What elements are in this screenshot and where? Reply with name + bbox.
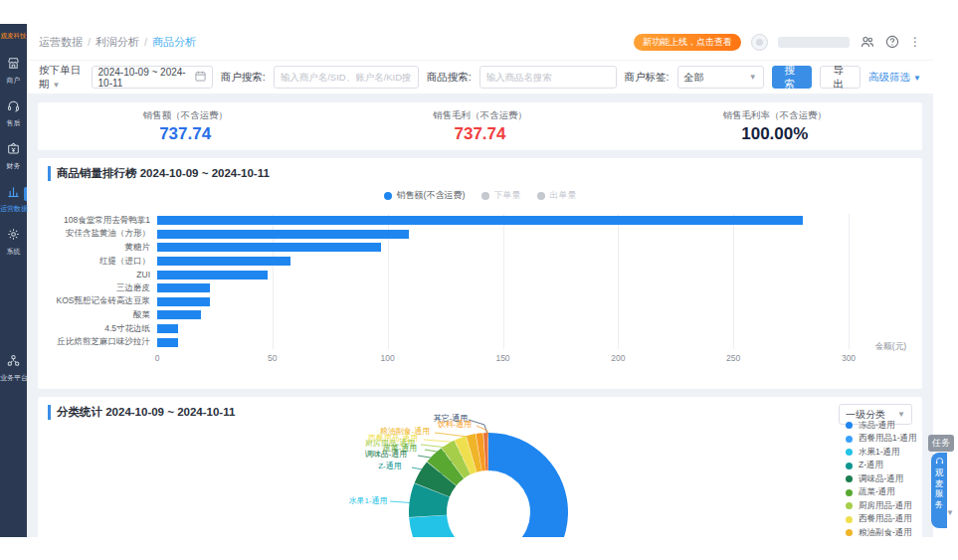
bar[interactable] bbox=[157, 338, 178, 347]
task-floating-button[interactable]: 任务 bbox=[928, 435, 954, 452]
product-search-input[interactable] bbox=[479, 66, 617, 89]
bar[interactable] bbox=[157, 324, 178, 333]
user-name-redacted bbox=[778, 37, 850, 48]
sidebar-item-business-platform[interactable]: 业务平台 bbox=[0, 346, 27, 389]
advanced-filter-link[interactable]: 高级筛选▼ bbox=[868, 71, 921, 85]
donut-legend-item[interactable]: 西餐用品-通用 bbox=[846, 513, 917, 527]
donut-legend-item[interactable]: 调味品-通用 bbox=[846, 472, 917, 486]
legend-label: 出单量 bbox=[550, 189, 577, 202]
sidebar-item-售后[interactable]: 售后 bbox=[0, 92, 27, 134]
legend-label: 冻品-通用 bbox=[859, 420, 895, 432]
stat-value: 100.00% bbox=[628, 124, 922, 144]
donut-legend-item[interactable]: 冻品-通用 bbox=[846, 419, 917, 433]
bar-row: KOS甄想记金砖高达豆浆 bbox=[157, 295, 849, 309]
new-feature-badge[interactable]: 新功能上线，点击查看 bbox=[634, 34, 741, 51]
date-type-select[interactable]: 按下单日期▼ bbox=[39, 64, 84, 92]
donut-legend-item[interactable]: Z-通用 bbox=[846, 460, 917, 473]
wallet-icon bbox=[7, 141, 20, 159]
legend-dot bbox=[846, 436, 853, 443]
legend-dot bbox=[846, 449, 853, 456]
stat-value: 737.74 bbox=[332, 124, 627, 144]
bar-category-label: 4.5寸花边纸 bbox=[104, 323, 150, 335]
service-tab-char: 观 bbox=[935, 468, 944, 478]
breadcrumb-item[interactable]: 运营数据 bbox=[39, 36, 83, 48]
donut-legend-item[interactable]: 厨房用品-通用 bbox=[846, 499, 917, 513]
bar-category-label: 三边磨皮 bbox=[116, 282, 150, 294]
donut-legend-item[interactable]: 西餐用品1-通用 bbox=[846, 433, 917, 447]
bar[interactable] bbox=[157, 230, 409, 239]
ranking-card-title: 商品销量排行榜 2024-10-09 ~ 2024-10-11 bbox=[48, 166, 270, 181]
sidebar-item-财务[interactable]: 财务 bbox=[0, 134, 27, 177]
legend-dot bbox=[384, 192, 392, 200]
bar[interactable] bbox=[157, 257, 290, 266]
xaxis-tick-label: 250 bbox=[726, 353, 740, 363]
legend-label: 粮油副食-通用 bbox=[859, 527, 912, 537]
stat-label: 销售额（不含运费） bbox=[38, 109, 332, 122]
legend-dot bbox=[846, 463, 853, 469]
breadcrumb-item[interactable]: 利润分析 bbox=[96, 36, 139, 48]
bar-chart-xaxis: 金额(元) 050100150200250300 bbox=[157, 353, 849, 367]
merchant-tag-label: 商户标签: bbox=[625, 71, 670, 85]
donut-legend-item[interactable]: 蔬菜-通用 bbox=[846, 486, 917, 500]
xaxis-tick-label: 150 bbox=[495, 353, 509, 363]
sidebar-item-label: 财务 bbox=[7, 161, 21, 170]
app-window: 观麦科技 商户售后财务运营数据系统 业务平台 运营数据/利润分析/商品分析 新功… bbox=[0, 24, 933, 537]
sidebar-item-系统[interactable]: 系统 bbox=[0, 220, 27, 263]
bar[interactable] bbox=[157, 283, 210, 292]
service-floating-tab[interactable]: 观麦服务 bbox=[931, 453, 947, 528]
sidebar-item-label: 业务平台 bbox=[0, 373, 27, 382]
bar-row: 酸菜 bbox=[157, 308, 849, 322]
headset-icon bbox=[935, 457, 944, 467]
sidebar-item-商户[interactable]: 商户 bbox=[0, 49, 27, 92]
bar-row: ZUI bbox=[157, 268, 849, 281]
bar[interactable] bbox=[157, 297, 210, 306]
bar-category-label: KOS甄想记金砖高达豆浆 bbox=[57, 295, 150, 307]
stat-value: 737.74 bbox=[38, 124, 332, 144]
service-tab-char: 麦 bbox=[935, 479, 944, 489]
bar-chart-icon bbox=[7, 184, 20, 202]
bar[interactable] bbox=[157, 310, 201, 319]
legend-dot bbox=[481, 192, 489, 200]
date-range-picker[interactable]: 2024-10-09 ~ 2024-10-11 bbox=[92, 66, 213, 89]
donut-slice[interactable] bbox=[484, 433, 568, 537]
legend-item[interactable]: 销售额(不含运费) bbox=[384, 189, 466, 202]
donut-legend-item[interactable]: 水果1-通用 bbox=[846, 446, 917, 460]
stat-item: 销售毛利（不含运费）737.74 bbox=[332, 109, 627, 144]
chevron-down-icon: ▼ bbox=[749, 73, 757, 82]
merchant-search-input[interactable] bbox=[274, 66, 419, 89]
stat-item: 销售毛利率（不含运费）100.00% bbox=[628, 109, 922, 144]
service-tab-char: 务 bbox=[935, 500, 944, 510]
donut-legend-item[interactable]: 粮油副食-通用 bbox=[846, 526, 917, 537]
sidebar-item-label: 系统 bbox=[7, 247, 21, 256]
sidebar: 观麦科技 商户售后财务运营数据系统 业务平台 bbox=[0, 24, 27, 537]
accounts-icon[interactable] bbox=[860, 35, 874, 50]
legend-dot bbox=[846, 475, 853, 482]
xaxis-tick-label: 0 bbox=[155, 353, 160, 363]
bar-row: 黄糖片 bbox=[157, 241, 849, 255]
bar[interactable] bbox=[157, 216, 803, 225]
bar-row: 108食堂常用去骨鸭掌1 bbox=[157, 214, 849, 228]
bar-category-label: ZUI bbox=[136, 270, 150, 280]
bar[interactable] bbox=[157, 271, 268, 280]
donut-slice[interactable] bbox=[409, 515, 462, 537]
stat-label: 销售毛利（不含运费） bbox=[332, 109, 627, 122]
scroll-down-hint-icon[interactable]: ▼ bbox=[946, 508, 954, 517]
bar-category-label: 丘比焙煎芝麻口味沙拉汁 bbox=[58, 336, 151, 348]
legend-item[interactable]: 下单量 bbox=[481, 189, 521, 202]
xaxis-tick-label: 200 bbox=[611, 353, 625, 363]
avatar[interactable] bbox=[751, 34, 768, 51]
donut-callout-label: 水果1-通用 bbox=[348, 495, 387, 506]
more-menu-icon[interactable]: ⋮ bbox=[909, 37, 921, 47]
merchant-tag-select[interactable]: 全部▼ bbox=[677, 66, 764, 89]
bar[interactable] bbox=[157, 243, 381, 252]
sidebar-item-label: 售后 bbox=[7, 118, 21, 127]
help-icon[interactable] bbox=[884, 35, 899, 50]
bar-row: 安佳含盐黄油（方形） bbox=[157, 228, 849, 242]
legend-label: Z-通用 bbox=[859, 460, 883, 471]
xaxis-unit-label: 金额(元) bbox=[875, 341, 906, 353]
legend-item[interactable]: 出单量 bbox=[537, 189, 577, 202]
search-button[interactable]: 搜索 bbox=[772, 66, 813, 89]
sidebar-item-运营数据[interactable]: 运营数据 bbox=[0, 177, 27, 220]
export-button[interactable]: 导出 bbox=[820, 66, 861, 89]
bar-chart-legend: 销售额(不含运费)下单量出单量 bbox=[38, 189, 922, 202]
